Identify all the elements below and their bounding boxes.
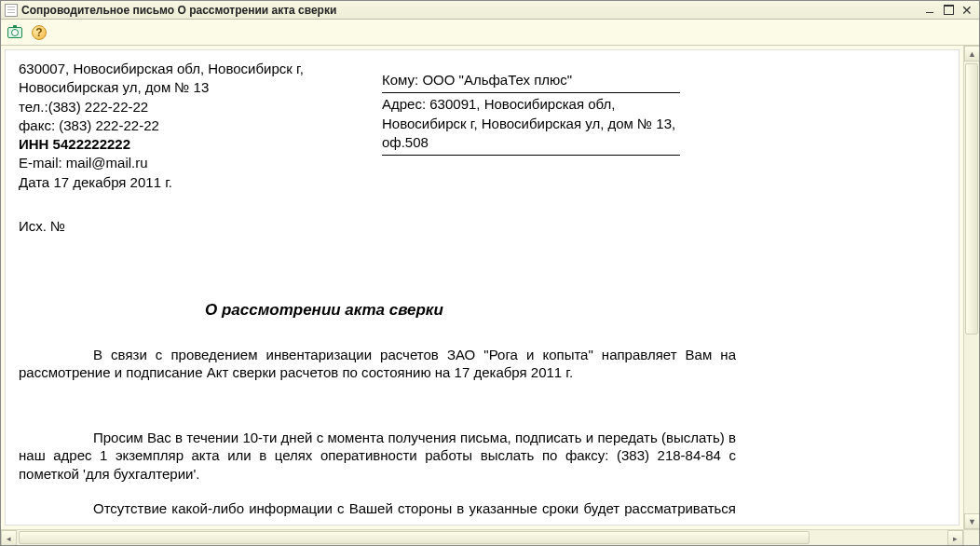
content-area: 630007, Новосибирская обл, Новосибирск г…: [1, 46, 979, 545]
scroll-up-button[interactable]: ▲: [964, 46, 979, 61]
sender-date: Дата 17 декабря 2011 г.: [19, 173, 345, 192]
window-title: Сопроводительное письмо О рассмотрении а…: [21, 4, 336, 17]
document-viewport: 630007, Новосибирская обл, Новосибирск г…: [1, 46, 963, 529]
document: 630007, Новосибирская обл, Новосибирск г…: [5, 49, 960, 526]
sender-inn: ИНН 5422222222: [19, 135, 345, 154]
vertical-scroll-thumb[interactable]: [965, 63, 978, 334]
minimize-button[interactable]: [921, 4, 938, 17]
vertical-scroll-track[interactable]: [964, 61, 979, 513]
camera-icon: [7, 27, 22, 38]
document-title: О рассмотрении акта сверки: [19, 301, 940, 320]
scrollbar-corner: [963, 529, 979, 545]
outgoing-number: Исх. №: [19, 218, 940, 234]
screenshot-button[interactable]: [5, 22, 25, 43]
scroll-left-button[interactable]: ◂: [1, 530, 17, 545]
horizontal-scroll-thumb[interactable]: [19, 531, 810, 544]
letter-body: В связи с проведением инвентаризации рас…: [19, 346, 736, 526]
sender-email: E-mail: mail@mail.ru: [19, 154, 345, 172]
close-button[interactable]: ✕: [959, 4, 975, 17]
app-window: Сопроводительное письмо О рассмотрении а…: [0, 0, 980, 546]
scroll-down-button[interactable]: ▼: [964, 513, 979, 529]
horizontal-scrollbar[interactable]: ◂ ▸: [1, 529, 963, 545]
body-paragraph-2: Просим Вас в течении 10-ти дней с момент…: [19, 429, 736, 484]
body-paragraph-3: Отсутствие какой-либо информации с Вашей…: [19, 499, 736, 526]
sender-tel: тел.:(383) 222-22-22: [19, 98, 345, 116]
maximize-button[interactable]: [940, 4, 957, 17]
titlebar[interactable]: Сопроводительное письмо О рассмотрении а…: [1, 1, 979, 20]
sender-block: 630007, Новосибирская обл, Новосибирск г…: [19, 60, 345, 192]
help-icon: ?: [32, 25, 47, 40]
recipient-address: Адрес: 630091, Новосибирская обл, Новоси…: [382, 93, 680, 156]
body-paragraph-1: В связи с проведением инвентаризации рас…: [19, 346, 736, 382]
toolbar: ?: [1, 20, 979, 46]
document-icon: [5, 4, 18, 17]
recipient-block: Кому: ООО "АльфаТех плюс" Адрес: 630091,…: [382, 69, 680, 156]
sender-fax: факс: (383) 222-22-22: [19, 116, 345, 135]
help-button[interactable]: ?: [29, 22, 49, 43]
sender-address: 630007, Новосибирская обл, Новосибирск г…: [19, 60, 345, 98]
recipient-to: Кому: ООО "АльфаТех плюс": [382, 69, 680, 93]
letter-header: 630007, Новосибирская обл, Новосибирск г…: [19, 60, 940, 192]
horizontal-scroll-track[interactable]: [17, 530, 947, 545]
scroll-right-button[interactable]: ▸: [947, 530, 963, 545]
vertical-scrollbar[interactable]: ▲ ▼: [963, 46, 979, 529]
